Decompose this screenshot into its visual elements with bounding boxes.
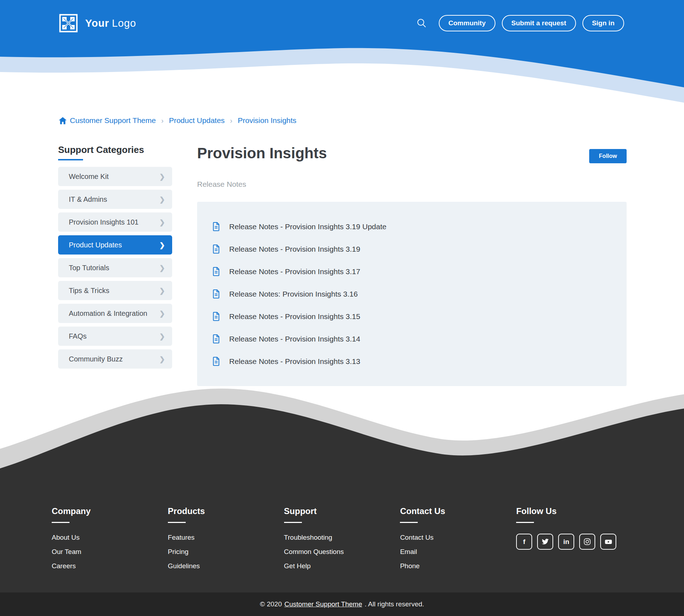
article-link[interactable]: Release Notes - Provision Insights 3.13 <box>229 357 360 366</box>
document-icon <box>212 289 220 299</box>
footer-column-support: Support TroubleshootingCommon QuestionsG… <box>284 506 400 592</box>
footer-column-title: Contact Us <box>400 506 516 516</box>
article-link[interactable]: Release Notes - Provision Insights 3.15 <box>229 312 360 321</box>
instagram-icon[interactable] <box>579 534 595 550</box>
sidebar-item[interactable]: Welcome Kit ❯ <box>58 167 172 186</box>
article-row: Release Notes - Provision Insights 3.13 <box>212 350 612 373</box>
sidebar-item[interactable]: Product Updates ❯ <box>58 235 172 255</box>
chevron-right-icon: ❯ <box>159 264 165 272</box>
article-link[interactable]: Release Notes: Provision Insights 3.16 <box>229 290 358 298</box>
sidebar-item[interactable]: Automation & Integration ❯ <box>58 304 172 323</box>
chevron-right-icon: ❯ <box>159 241 165 249</box>
facebook-icon[interactable]: f <box>516 534 532 550</box>
sidebar-item[interactable]: Top Tutorials ❯ <box>58 258 172 277</box>
chevron-right-icon: ❯ <box>159 195 165 204</box>
youtube-icon[interactable] <box>600 534 616 550</box>
breadcrumb-home-link[interactable]: Customer Support Theme <box>59 116 156 125</box>
article-row: Release Notes - Provision Insights 3.14 <box>212 328 612 350</box>
logo-icon <box>59 14 78 33</box>
footer-column-products: Products FeaturesPricingGuidelines <box>168 506 284 592</box>
footer-link-list: Contact UsEmailPhone <box>400 534 516 570</box>
sidebar-item[interactable]: Community Buzz ❯ <box>58 349 172 369</box>
footer-link[interactable]: Common Questions <box>284 548 400 556</box>
footer-link[interactable]: Email <box>400 548 516 556</box>
article-link[interactable]: Release Notes - Provision Insights 3.14 <box>229 335 360 343</box>
chevron-right-icon: ❯ <box>159 309 165 318</box>
header-actions: Community Submit a request Sign in <box>416 15 624 31</box>
footer-column-contact: Contact Us Contact UsEmailPhone <box>400 506 516 592</box>
footer-wave <box>0 378 684 471</box>
sidebar-item-list: Welcome Kit ❯ IT & Admins ❯ Provision In… <box>58 167 172 369</box>
article-link[interactable]: Release Notes - Provision Insights 3.17 <box>229 267 360 276</box>
site-logo[interactable]: YourLogo <box>59 14 136 33</box>
follow-button[interactable]: Follow <box>589 149 627 163</box>
footer-title-underline <box>400 522 418 523</box>
chevron-right-icon: ❯ <box>159 332 165 340</box>
main-header-row: Provision Insights Follow <box>197 145 627 163</box>
chevron-right-icon: ❯ <box>159 287 165 295</box>
document-icon <box>212 334 220 344</box>
copyright-bar: © 2020 Customer Support Theme . All righ… <box>0 592 684 616</box>
linkedin-icon[interactable]: in <box>558 534 574 550</box>
footer-column-title: Company <box>52 506 168 516</box>
sidebar-title: Support Categories <box>58 145 172 155</box>
footer-link[interactable]: Our Team <box>52 548 168 556</box>
release-notes-panel: Release Notes - Provision Insights 3.19 … <box>197 202 627 386</box>
footer-link[interactable]: About Us <box>52 534 168 541</box>
sidebar-item-label: Automation & Integration <box>69 309 147 318</box>
breadcrumb-product-updates-link[interactable]: Product Updates <box>169 116 225 125</box>
copyright-theme-link[interactable]: Customer Support Theme <box>284 600 362 608</box>
footer-link-list: TroubleshootingCommon QuestionsGet Help <box>284 534 400 570</box>
sidebar-item[interactable]: Tips & Tricks ❯ <box>58 281 172 300</box>
article-row: Release Notes - Provision Insights 3.17 <box>212 260 612 283</box>
document-icon <box>212 312 220 321</box>
footer-link[interactable]: Pricing <box>168 548 284 556</box>
sidebar-item-label: Top Tutorials <box>69 264 109 272</box>
article-link[interactable]: Release Notes - Provision Insights 3.19 … <box>229 222 386 231</box>
sidebar-item-label: Community Buzz <box>69 355 123 363</box>
footer-link[interactable]: Troubleshooting <box>284 534 400 541</box>
sidebar-item-label: Provision Insights 101 <box>69 218 139 226</box>
copyright-prefix: © 2020 <box>260 600 282 608</box>
footer-link[interactable]: Guidelines <box>168 562 284 570</box>
home-icon <box>59 117 67 124</box>
footer-link[interactable]: Phone <box>400 562 516 570</box>
footer-title-underline <box>168 522 186 523</box>
breadcrumb-separator: › <box>230 117 232 125</box>
document-icon <box>212 244 220 254</box>
footer-link[interactable]: Contact Us <box>400 534 516 541</box>
search-icon[interactable] <box>416 17 427 29</box>
footer-link[interactable]: Features <box>168 534 284 541</box>
section-label: Release Notes <box>197 180 627 189</box>
support-categories-sidebar: Support Categories Welcome Kit ❯ IT & Ad… <box>58 145 172 386</box>
copyright-suffix: . All rights reserved. <box>365 600 424 608</box>
breadcrumb: Customer Support Theme › Product Updates… <box>59 116 684 125</box>
sign-in-button[interactable]: Sign in <box>582 15 624 31</box>
footer-column-title: Products <box>168 506 284 516</box>
footer-link[interactable]: Careers <box>52 562 168 570</box>
footer-column-follow-us: Follow Us f in <box>516 506 632 592</box>
document-icon <box>212 222 220 231</box>
footer-link-list: About UsOur TeamCareers <box>52 534 168 570</box>
article-row: Release Notes - Provision Insights 3.19 … <box>212 215 612 238</box>
document-icon <box>212 267 220 276</box>
sidebar-item[interactable]: IT & Admins ❯ <box>58 190 172 209</box>
article-link[interactable]: Release Notes - Provision Insights 3.19 <box>229 245 360 253</box>
page-title: Provision Insights <box>197 145 327 162</box>
twitter-icon[interactable] <box>537 534 553 550</box>
footer-column-title: Follow Us <box>516 506 632 516</box>
breadcrumb-current-page[interactable]: Provision Insights <box>238 116 297 125</box>
main-section: Provision Insights Follow Release Notes … <box>197 145 627 386</box>
sidebar-item-label: FAQs <box>69 332 87 340</box>
chevron-right-icon: ❯ <box>159 173 165 181</box>
content-area: Support Categories Welcome Kit ❯ IT & Ad… <box>0 125 684 386</box>
site-footer: Company About UsOur TeamCareers Products… <box>0 471 684 592</box>
submit-request-button[interactable]: Submit a request <box>502 15 576 31</box>
chevron-right-icon: ❯ <box>159 355 165 363</box>
sidebar-item[interactable]: FAQs ❯ <box>58 327 172 346</box>
article-row: Release Notes - Provision Insights 3.19 <box>212 238 612 260</box>
footer-link[interactable]: Get Help <box>284 562 400 570</box>
sidebar-item-label: Welcome Kit <box>69 173 109 181</box>
community-button[interactable]: Community <box>439 15 495 31</box>
sidebar-item[interactable]: Provision Insights 101 ❯ <box>58 212 172 232</box>
